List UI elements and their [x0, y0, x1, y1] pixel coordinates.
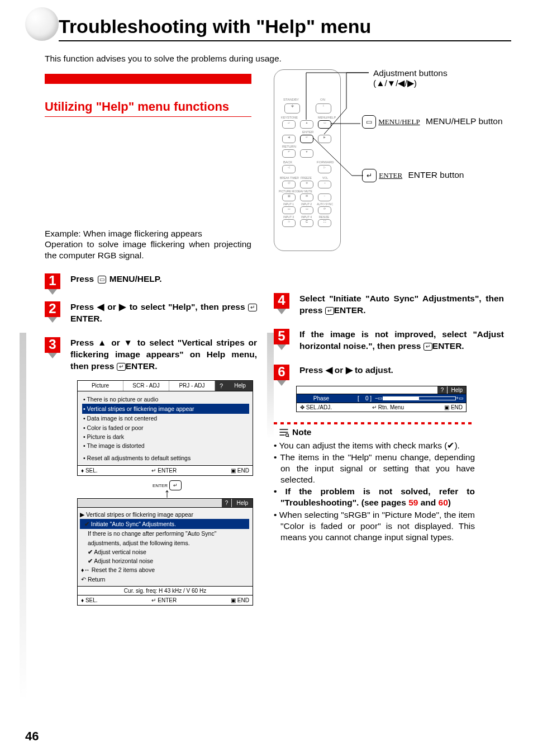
step-number-6: 6	[274, 365, 289, 380]
osd2-item: ✔ Adjust vertical noise	[80, 547, 249, 556]
osd-foot-rtn: ↵ Rtn. Menu	[372, 404, 404, 410]
callout-adjustment: Adjustment buttons(▲/▼/◀/▶)	[373, 68, 448, 88]
menu-help-key-icon: ▭	[98, 276, 106, 284]
step-track-left	[20, 333, 26, 702]
step-number-4: 4	[274, 293, 289, 309]
step-2-text: Press ◀ or ▶ to select "Help", then pres…	[70, 301, 257, 325]
step-3-text: Press ▲ or ▼ to select "Vertical stripes…	[70, 337, 257, 372]
osd2-item: ♦↔ Reset the 2 items above	[80, 565, 249, 574]
enter-key-icon: ↵	[248, 304, 257, 311]
enter-key-icon: ↵	[117, 363, 126, 371]
osd-foot-end: ▣ END	[231, 597, 249, 603]
step-number-5: 5	[274, 329, 289, 344]
enter-key-icon: ↵	[325, 307, 334, 315]
step-number-2: 2	[45, 301, 60, 317]
osd1-item: • The image is distorted	[83, 441, 249, 450]
section-accent-bar	[45, 74, 251, 84]
osd-help-submenu: ? Help ▶ Vertical stripes or flickering …	[77, 498, 253, 606]
note-item: When selecting "sRGB" in "Picture Mode",…	[274, 509, 475, 543]
enter-key-icon: ↵	[362, 169, 377, 182]
section-title: Utilizing "Help" menu functions	[45, 100, 251, 117]
osd-tab-help: Help	[448, 386, 466, 394]
note-item-bold: If the problem is not solved, refer to "…	[274, 486, 475, 508]
osd1-item: • Reset all adjustments to default setti…	[83, 453, 249, 462]
osd-help-q-icon: ?	[215, 381, 227, 391]
osd1-item-selected: • Vertical stripes or flickering image a…	[82, 404, 249, 414]
osd2-signal-row: Cur. sig. freq: H 43 kHz / V 60 Hz	[78, 586, 253, 595]
osd-foot-end: ▣ END	[231, 467, 249, 474]
osd3-slider	[383, 396, 455, 400]
enter-key-icon: ↵	[423, 343, 432, 351]
example-heading: Example: When image flickering appears	[45, 229, 257, 239]
note-title: Note	[292, 427, 311, 437]
osd2-item: ✔ Adjust horizontal noise	[80, 556, 249, 565]
osd-foot-end: ▣ END	[444, 404, 463, 410]
osd2-header: ▶ Vertical stripes or flickering image a…	[80, 510, 249, 519]
note-item: The items in the "Help" menu change, dep…	[274, 452, 475, 485]
step-number-1: 1	[45, 273, 60, 289]
example-body: Operation to solve image flickering when…	[45, 239, 251, 261]
step-1-text: Press ▭ MENU/HELP.	[70, 273, 161, 285]
callout-menuhelp: ▭ MENU/HELP MENU/HELP button	[362, 115, 503, 129]
osd-help-q-icon: ?	[222, 499, 232, 507]
osd1-item: • Data image is not centered	[83, 414, 249, 423]
header-bullet	[25, 7, 59, 41]
osd1-item: • Color is faded or poor	[83, 423, 249, 432]
osd1-item: • Picture is dark	[83, 432, 249, 441]
osd3-value: [ 0 ]	[344, 395, 372, 401]
osd-help-q-icon: ?	[437, 386, 448, 394]
callout-enter: ↵ ENTER ENTER button	[362, 169, 464, 182]
osd-foot-sel: ♦ SEL.	[81, 467, 98, 474]
menu-help-key-icon: ▭	[362, 115, 376, 129]
svg-line-1	[288, 436, 289, 437]
osd-enter-arrow: ENTER ↵ ↑	[77, 480, 257, 496]
page-number: 46	[25, 729, 39, 744]
step-number-3: 3	[45, 337, 60, 353]
osd-foot-enter: ↵ ENTER	[151, 597, 177, 603]
osd2-item: If there is no change after performing "…	[80, 529, 249, 547]
step-4-text: Select "Initiate "Auto Sync" Adjustments…	[299, 293, 504, 316]
osd2-item-selected: ✔ Initiate "Auto Sync" Adjustments.	[80, 519, 249, 529]
step-5-text: If the image is not improved, select "Ad…	[299, 329, 504, 352]
osd3-label: Phase	[299, 395, 344, 401]
osd-foot-sel: ♦ SEL.	[81, 597, 98, 603]
osd-tab-help: Help	[232, 499, 253, 507]
osd-foot-enter: ↵ ENTER	[151, 467, 177, 474]
note-item: You can adjust the items with check mark…	[274, 440, 475, 451]
osd1-item: • There is no picture or audio	[83, 395, 249, 404]
osd-foot-seladj: ✥ SEL./ADJ.	[300, 404, 332, 410]
step-6-text: Press ◀ or ▶ to adjust.	[299, 365, 393, 376]
note-icon	[278, 427, 289, 438]
page-title: Troubleshooting with "Help" menu	[59, 16, 511, 41]
callout-lines	[274, 69, 497, 259]
osd-phase-adjust: ?Help Phase [ 0 ] −▭ +▭ ✥ SEL./ADJ. ↵ Rt…	[296, 386, 467, 412]
note-rule	[274, 422, 475, 424]
osd-help-menu: Picture SCR - ADJ PRJ - ADJ ? Help • The…	[77, 380, 253, 476]
osd-tab-help: Help	[227, 381, 253, 391]
intro-text: This function advises you to solve the p…	[45, 54, 508, 64]
osd2-return: ↶ Return	[80, 575, 249, 584]
osd-tab-prjadj: PRJ - ADJ	[169, 381, 215, 391]
osd-tab-picture: Picture	[78, 381, 123, 391]
step-track-right	[267, 333, 274, 439]
osd-tab-scradj: SCR - ADJ	[123, 381, 169, 391]
